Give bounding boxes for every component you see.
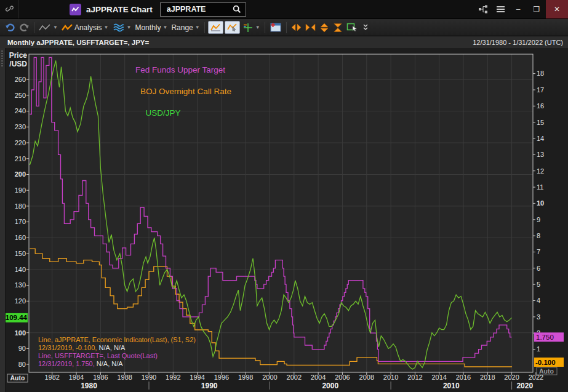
range-dropdown[interactable]: Range▼	[169, 21, 201, 34]
svg-text:190: 190	[15, 186, 26, 194]
svg-text:Auto: Auto	[10, 374, 25, 382]
svg-text:170: 170	[15, 218, 26, 225]
svg-text:1990: 1990	[201, 382, 218, 390]
svg-text:120: 120	[15, 297, 26, 305]
svg-text:11: 11	[537, 183, 543, 191]
application-window: aJPPRATE Chart – ❒ ✕	[0, 0, 568, 392]
analysis-zigzag-icon	[62, 23, 73, 32]
svg-text:18: 18	[537, 70, 544, 77]
compress-vertical-button[interactable]	[331, 21, 345, 34]
chart-icon	[210, 23, 221, 31]
chart-edit-button[interactable]	[225, 21, 240, 34]
svg-text:1994: 1994	[190, 374, 204, 381]
wave-analysis-dropdown[interactable]: ▼	[111, 21, 134, 34]
redo-icon	[19, 23, 30, 33]
close-button[interactable]: ✕	[546, 0, 568, 18]
svg-text:2006: 2006	[335, 374, 350, 381]
svg-text:12/31/2019, 1.750, N/A, N/A: 12/31/2019, 1.750, N/A, N/A	[38, 360, 123, 367]
interval-dropdown[interactable]: Monthly▼	[133, 21, 169, 34]
x-axis: 1982198419861988199019921994199619982000…	[44, 372, 543, 381]
svg-text:260: 260	[15, 76, 26, 83]
expand-horizontal-button[interactable]	[289, 21, 303, 34]
svg-text:1982: 1982	[44, 374, 59, 381]
svg-text:6: 6	[537, 265, 540, 272]
more-tools-button[interactable]	[360, 21, 371, 34]
zoom-select-button[interactable]	[345, 21, 360, 34]
svg-text:1980: 1980	[81, 382, 97, 390]
svg-text:240: 240	[15, 107, 26, 114]
left-axis: 2602502402302202102001901801701601501401…	[15, 76, 29, 368]
panel-grip[interactable]	[0, 48, 6, 392]
svg-text:4: 4	[537, 297, 540, 304]
svg-text:2010: 2010	[383, 374, 398, 381]
compress-horizontal-button[interactable]	[303, 21, 318, 34]
svg-text:1998: 1998	[238, 374, 253, 381]
redo-button[interactable]	[17, 21, 31, 34]
svg-text:2022: 2022	[529, 374, 543, 381]
decade-row: 19801990200020102020	[81, 382, 533, 390]
symbol-search-box	[160, 2, 246, 17]
svg-text:200: 200	[15, 170, 26, 178]
chart-pointer-icon	[227, 23, 238, 31]
svg-text:1996: 1996	[214, 374, 229, 381]
main-menu-button[interactable]	[492, 0, 509, 18]
line-style-icon	[39, 23, 51, 32]
undo-button[interactable]	[3, 21, 17, 34]
minimize-button[interactable]: –	[509, 0, 527, 18]
chart-toolbar: ▼ Analysis▼ ▼ Monthly▼ Range▼	[0, 19, 568, 36]
left-axis-title: Price	[9, 51, 28, 60]
chart-title: Monthly aJPPRATE, USFFTARGET=, JPY=	[7, 39, 149, 46]
axis-settings-dropdown[interactable]: ▼	[241, 21, 262, 34]
svg-text:9: 9	[537, 216, 540, 223]
link-icon	[5, 5, 14, 14]
svg-text:Line, aJPPRATE, Economic Indic: Line, aJPPRATE, Economic Indicator(Last)…	[38, 336, 196, 343]
svg-text:2000: 2000	[322, 382, 338, 390]
workspace-linking-button[interactable]	[474, 0, 492, 18]
more-chevrons-icon	[362, 23, 369, 32]
svg-text:2000: 2000	[262, 374, 277, 381]
svg-text:2012: 2012	[407, 374, 422, 381]
chart-area[interactable]: Fed Funds Upper TargetBOJ Overnight Call…	[0, 48, 568, 392]
svg-text:1984: 1984	[69, 374, 84, 381]
search-input[interactable]	[161, 5, 231, 14]
analysis-dropdown[interactable]: Analysis▼	[60, 21, 111, 34]
svg-text:1.750: 1.750	[536, 334, 554, 341]
svg-text:2016: 2016	[456, 374, 471, 381]
link-channel-button[interactable]	[0, 0, 19, 18]
svg-text:Line, USFFTARGET=, Last Quote(: Line, USFFTARGET=, Last Quote(Last)	[38, 352, 158, 359]
svg-text:130: 130	[15, 281, 26, 289]
svg-text:2020: 2020	[516, 382, 533, 390]
line-style-dropdown[interactable]: ▼	[37, 21, 60, 34]
svg-text:1986: 1986	[93, 374, 108, 381]
svg-text:180: 180	[15, 202, 26, 210]
svg-text:16: 16	[537, 102, 544, 110]
svg-text:2002: 2002	[287, 374, 302, 381]
expand-horizontal-icon	[291, 23, 302, 32]
svg-text:220: 220	[15, 139, 26, 146]
window-title: aJPPRATE Chart	[86, 5, 153, 14]
analysis-label: Analysis	[74, 23, 102, 32]
maximize-button[interactable]: ❒	[527, 0, 546, 18]
hamburger-icon	[497, 6, 505, 12]
svg-text:80: 80	[18, 361, 26, 368]
expand-vertical-button[interactable]	[318, 21, 331, 34]
svg-text:2014: 2014	[431, 374, 446, 381]
compress-vertical-icon	[333, 23, 343, 33]
svg-text:7: 7	[537, 248, 540, 255]
svg-text:10: 10	[537, 199, 544, 207]
svg-text:230: 230	[15, 123, 26, 130]
svg-text:1988: 1988	[117, 374, 132, 381]
series-label: USD/JPY	[145, 108, 180, 118]
add-subchart-button[interactable]	[268, 21, 284, 34]
svg-text:-0.100: -0.100	[535, 359, 556, 366]
svg-text:1990: 1990	[142, 374, 156, 381]
chart-properties-button[interactable]	[208, 21, 223, 34]
search-icon[interactable]	[231, 5, 246, 14]
window-titlebar: aJPPRATE Chart – ❒ ✕	[0, 0, 568, 19]
chart-header: Monthly aJPPRATE, USFFTARGET=, JPY= 12/3…	[0, 36, 568, 49]
price-chart[interactable]: Fed Funds Upper TargetBOJ Overnight Call…	[0, 48, 568, 392]
app-icon	[70, 4, 81, 15]
series-label: BOJ Overnight Call Rate	[140, 87, 231, 96]
svg-text:3: 3	[537, 313, 540, 321]
svg-text:8: 8	[537, 232, 540, 239]
